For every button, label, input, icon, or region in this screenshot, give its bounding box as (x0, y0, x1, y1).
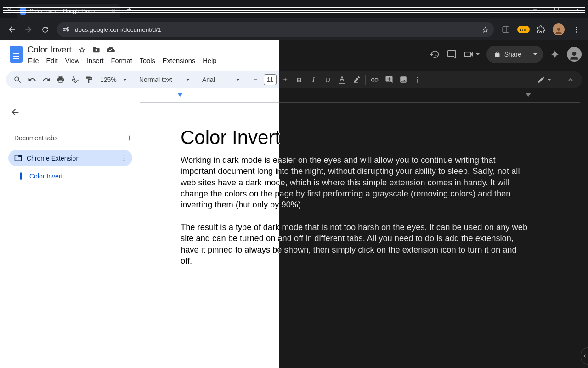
doc-text-line[interactable]: inverting them (but only by 90%). (181, 199, 580, 210)
add-comment-icon[interactable] (382, 73, 396, 87)
gemini-sparkle-icon[interactable] (550, 49, 560, 59)
search-menus-icon[interactable] (11, 73, 25, 87)
docs-header-actions: Share (430, 45, 582, 63)
paragraph-style-select[interactable]: Normal text (135, 73, 194, 87)
paragraph-break (181, 211, 580, 222)
text-color-button[interactable]: A (335, 73, 349, 87)
lock-icon (494, 51, 501, 58)
caret-down-icon (186, 79, 190, 80)
cloud-save-status-icon[interactable] (107, 46, 115, 54)
menu-extensions[interactable]: Extensions (159, 56, 199, 65)
doc-text-line[interactable]: The result is a type of dark mode that i… (181, 222, 580, 233)
hide-menus-chevron-up-icon[interactable] (563, 73, 577, 87)
document-body[interactable]: Working in dark mode is easier on the ey… (181, 155, 580, 266)
print-icon[interactable] (53, 73, 68, 87)
menubar: File Edit View Insert Format Tools Exten… (24, 56, 220, 65)
toolbar-divider (133, 75, 133, 85)
color-invert-extension-icon[interactable]: ON (517, 26, 530, 33)
comments-icon[interactable] (447, 49, 457, 59)
docs-app: Color Invert File Edit View Insert Forma… (0, 40, 588, 368)
document-title[interactable]: Color Invert (28, 45, 72, 55)
doc-text-line[interactable]: Working in dark mode is easier on the ey… (181, 155, 580, 166)
zoom-select[interactable]: 125% (96, 73, 131, 87)
reload-button[interactable] (37, 21, 53, 38)
bold-button[interactable]: B (292, 73, 306, 87)
font-select[interactable]: Arial (198, 73, 244, 87)
toolbar-divider (365, 75, 366, 85)
share-dropdown-button[interactable] (527, 46, 543, 63)
caret-down-icon (548, 79, 551, 80)
browser-profile-avatar[interactable] (553, 23, 565, 35)
insert-image-icon[interactable] (396, 73, 410, 87)
document-page[interactable]: Color Invert Working in dark mode is eas… (140, 102, 580, 368)
browser-menu-kebab-icon[interactable] (568, 21, 584, 38)
menu-tools[interactable]: Tools (136, 56, 159, 65)
browser-actions: ON (498, 21, 584, 38)
share-label: Share (504, 51, 521, 58)
caret-down-icon (533, 53, 537, 55)
caret-down-icon (476, 53, 480, 55)
move-to-folder-icon[interactable] (92, 46, 100, 54)
pencil-icon (537, 75, 545, 84)
browser-tab[interactable]: Color Invert - Google Docs (17, 4, 120, 18)
doc-text-line[interactable]: web sites have a dark mode, which is whe… (181, 177, 580, 188)
docs-profile-avatar[interactable] (567, 47, 582, 62)
doc-text-line[interactable]: site and can be turned on and off in dif… (181, 233, 580, 244)
menu-edit[interactable]: Edit (43, 56, 62, 65)
toolbar-overflow-kebab-icon[interactable] (410, 73, 424, 87)
doc-text-line[interactable]: have it pinned to always be shown, then … (181, 244, 580, 255)
right-indent-marker[interactable] (526, 93, 531, 97)
spell-check-icon[interactable] (68, 73, 82, 87)
doc-text-line[interactable]: important document long into the night, … (181, 166, 580, 177)
extensions-puzzle-icon[interactable] (533, 21, 549, 38)
text-color-bar (339, 83, 345, 84)
star-document-icon[interactable] (78, 46, 86, 54)
chevron-left-icon (582, 353, 588, 359)
bookmark-star-icon[interactable] (481, 26, 489, 34)
menu-help[interactable]: Help (199, 56, 220, 65)
version-history-icon[interactable] (430, 49, 440, 59)
paint-format-icon[interactable] (82, 73, 96, 87)
document-heading[interactable]: Color Invert (181, 126, 580, 149)
font-size-field[interactable]: 11 (264, 74, 277, 85)
increase-font-size-button[interactable] (278, 73, 292, 87)
back-button[interactable] (4, 21, 20, 38)
underline-button[interactable]: U (321, 73, 335, 87)
undo-icon[interactable] (25, 73, 39, 87)
panel-back-arrow-icon[interactable] (10, 107, 20, 117)
doc-text-line[interactable]: change the colors on the page by first p… (181, 188, 580, 199)
menu-format[interactable]: Format (107, 56, 136, 65)
toolbar-divider (196, 75, 196, 85)
tab-item-chrome-extension[interactable]: Chrome Extension (8, 150, 132, 166)
font-value: Arial (202, 76, 215, 83)
decrease-font-size-button[interactable] (248, 73, 262, 87)
forward-button[interactable] (20, 21, 37, 38)
redo-icon[interactable] (39, 73, 53, 87)
tab-document-icon (14, 154, 22, 162)
site-settings-icon[interactable] (62, 26, 70, 33)
side-panel-icon[interactable] (498, 21, 514, 38)
menu-file[interactable]: File (24, 56, 43, 65)
menu-insert[interactable]: Insert (83, 56, 107, 65)
doc-text-line[interactable]: off. (181, 255, 580, 266)
join-call-button[interactable] (464, 49, 480, 59)
document-tabs-panel: Document tabs Chrome Extension Color Inv… (0, 99, 140, 368)
browser-tabstrip: Color Invert - Google Docs (0, 0, 588, 18)
docs-logo[interactable] (10, 46, 23, 63)
docs-header: Color Invert File Edit View Insert Forma… (28, 45, 220, 65)
menu-view[interactable]: View (62, 56, 83, 65)
tabs-panel-title: Document tabs (14, 134, 57, 142)
highlight-color-icon[interactable] (349, 73, 363, 87)
paragraph-style-value: Normal text (139, 76, 172, 83)
editing-mode-select[interactable] (537, 75, 551, 84)
left-indent-marker[interactable] (177, 93, 183, 97)
tab-child-color-invert[interactable]: Color Invert (20, 172, 62, 180)
address-bar[interactable]: docs.google.com/document/d/1 (57, 22, 494, 37)
add-tab-button[interactable] (125, 134, 133, 142)
share-button[interactable]: Share (486, 46, 543, 63)
docs-favicon (20, 8, 26, 15)
tab-options-kebab-icon[interactable] (120, 155, 128, 162)
side-panel-handle[interactable] (581, 347, 588, 365)
italic-button[interactable]: I (306, 73, 321, 87)
insert-link-icon[interactable] (368, 73, 382, 87)
